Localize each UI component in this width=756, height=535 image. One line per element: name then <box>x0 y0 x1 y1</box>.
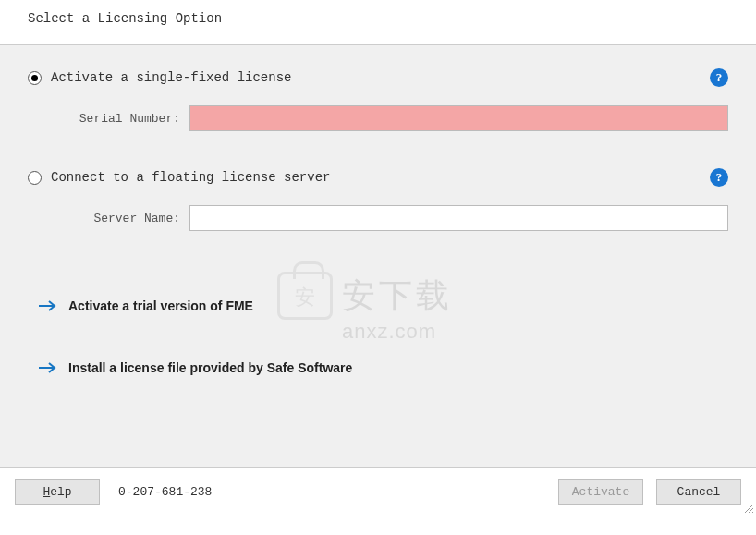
page-title: Select a Licensing Option <box>0 0 756 44</box>
arrow-right-icon <box>37 358 57 378</box>
footer: Help 0-207-681-238 Activate Cancel <box>0 468 756 516</box>
serial-number-row: Serial Number: <box>69 105 728 131</box>
option-floating-row: Connect to a floating license server ? <box>28 168 728 187</box>
svg-line-2 <box>745 505 753 513</box>
server-name-row: Server Name: <box>69 205 728 231</box>
link-install-license-file[interactable]: Install a license file provided by Safe … <box>37 358 728 378</box>
help-button-rest: elp <box>50 485 71 499</box>
link-activate-trial-label: Activate a trial version of FME <box>68 298 253 313</box>
option-floating-label[interactable]: Connect to a floating license server <box>51 170 710 185</box>
option-single-fixed-label[interactable]: Activate a single-fixed license <box>51 70 710 85</box>
license-code: 0-207-681-238 <box>118 485 212 499</box>
activate-button[interactable]: Activate <box>558 479 643 505</box>
server-name-label: Server Name: <box>69 212 189 225</box>
resize-grip-icon[interactable] <box>743 503 754 514</box>
link-install-license-file-label: Install a license file provided by Safe … <box>68 360 352 375</box>
main-panel: Activate a single-fixed license ? Serial… <box>0 44 756 468</box>
help-icon[interactable]: ? <box>710 168 728 187</box>
arrow-right-icon <box>37 296 57 316</box>
help-icon[interactable]: ? <box>710 68 728 87</box>
radio-single-fixed[interactable] <box>28 71 42 85</box>
option-single-fixed-row: Activate a single-fixed license ? <box>28 68 728 87</box>
svg-line-4 <box>752 512 753 513</box>
cancel-button[interactable]: Cancel <box>656 479 741 505</box>
help-button[interactable]: Help <box>15 479 100 505</box>
serial-number-label: Serial Number: <box>69 112 189 126</box>
radio-floating[interactable] <box>28 171 42 185</box>
serial-number-input[interactable] <box>189 105 728 131</box>
server-name-input[interactable] <box>189 205 728 231</box>
link-activate-trial[interactable]: Activate a trial version of FME <box>37 296 728 316</box>
